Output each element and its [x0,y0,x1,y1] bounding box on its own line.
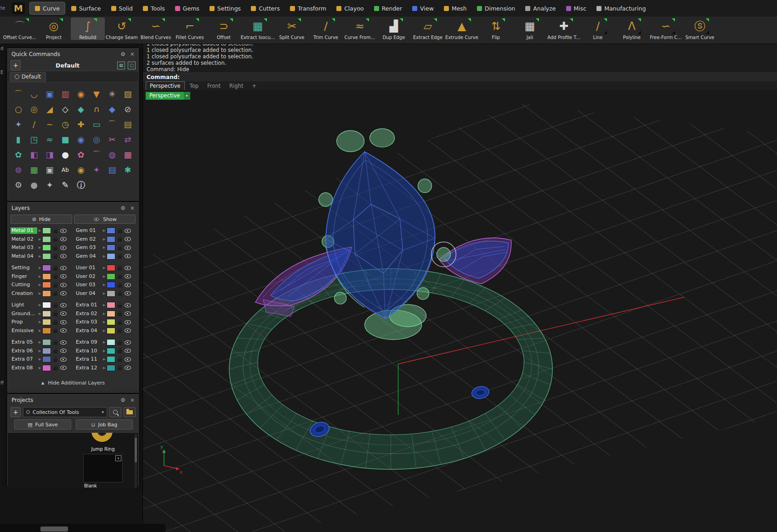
layer-row[interactable]: Extra 12▶ [74,364,136,373]
layer-row[interactable]: Extra 09▶ [74,338,136,347]
menu-tab-gems[interactable]: Gems [170,0,204,17]
lock-icon[interactable] [53,330,57,333]
qc-icon[interactable]: ▦ [120,147,136,162]
toolbar-fillet-curves[interactable]: ⌐Fillet Curves [173,17,207,40]
layer-color-swatch[interactable] [42,253,51,260]
layer-name[interactable]: Extra 10 [75,348,102,354]
qc-icon[interactable]: ◇ [57,102,73,117]
panel-header[interactable]: Quick Commands ⚙ × [8,49,138,60]
layer-expand-icon[interactable]: ▶ [103,303,105,307]
layer-color-swatch[interactable] [107,328,115,334]
layer-row[interactable]: User 01▶ [74,264,136,272]
layer-color-swatch[interactable] [42,339,51,345]
toolbar-jali[interactable]: ▦Jali [513,17,547,40]
qc-icon[interactable]: ▨ [120,86,136,102]
layer-name[interactable]: Metal 04 [11,253,37,260]
layer-expand-icon[interactable]: ▶ [103,266,105,270]
qc-icon[interactable]: ◆ [73,102,89,117]
lock-icon[interactable] [118,267,122,271]
layer-row[interactable]: User 04▶ [74,289,136,298]
layer-row[interactable]: Prop▶ [10,318,72,327]
lock-icon[interactable] [118,230,122,233]
eye-icon[interactable] [124,237,131,242]
layer-expand-icon[interactable]: ▶ [39,366,41,370]
layer-expand-icon[interactable]: ▶ [39,303,41,307]
lock-icon[interactable] [118,284,122,288]
search-button[interactable] [109,407,121,417]
layer-name[interactable]: Creation [11,290,37,297]
qc-icon[interactable]: ⌒ [89,147,104,162]
qc-icon[interactable]: ◡ [26,86,42,102]
layer-name[interactable]: Extra 09 [75,339,102,345]
toolbar-change-seam[interactable]: ↺Change Seam [105,17,139,40]
panel-header[interactable]: Layers ⚙ × [8,203,138,214]
layer-color-swatch[interactable] [42,328,51,334]
lock-icon[interactable] [118,255,122,259]
qc-icon[interactable]: ∕ [26,117,42,132]
layer-row[interactable]: Creation▶ [10,289,72,298]
lock-icon[interactable] [53,276,57,279]
qc-icon[interactable]: ✂ [104,132,120,147]
layer-name[interactable]: Finger [11,273,37,280]
menu-tab-analyze[interactable]: Analyze [520,0,561,17]
layer-color-swatch[interactable] [42,319,51,325]
layer-color-swatch[interactable] [42,244,51,251]
qc-icon[interactable]: ▣ [42,86,57,102]
show-button[interactable]: Show [74,215,136,224]
layer-row[interactable]: Setting▶ [10,264,72,272]
qc-icon[interactable]: ∼ [42,117,57,132]
layer-name[interactable]: Extra 08 [11,365,37,371]
layer-color-swatch[interactable] [107,348,115,354]
qc-icon[interactable]: ◉ [73,132,89,147]
duplicate-preset-icon[interactable]: ▢ [128,62,136,69]
lock-icon[interactable] [118,350,122,353]
toolbar-line[interactable]: ∕Line [581,17,615,40]
layer-row[interactable]: Light▶ [10,301,72,310]
eye-icon[interactable] [60,357,67,362]
layer-name[interactable]: Gem 01 [75,227,102,234]
layer-expand-icon[interactable]: ▶ [39,255,41,258]
eye-icon[interactable] [124,274,131,279]
layer-expand-icon[interactable]: ▶ [103,246,105,249]
toolbar-add-profile-t[interactable]: ✚Add Profile T... [547,17,581,40]
layer-name[interactable]: Extra 06 [11,348,37,354]
qc-icon[interactable]: ≈ [42,132,57,147]
layer-row[interactable]: Metal 01▶ [10,226,72,235]
layer-row[interactable]: Gem 03▶ [74,243,136,252]
layer-color-swatch[interactable] [107,273,115,280]
layer-color-swatch[interactable] [42,290,51,297]
layer-color-swatch[interactable] [107,282,115,288]
qc-icon[interactable]: ▤ [104,162,120,177]
toolbar-dup-edge[interactable]: ▟Dup Edge [377,17,411,40]
menu-tab-view[interactable]: View [407,0,439,17]
layer-color-swatch[interactable] [107,290,115,297]
lock-icon[interactable] [53,293,57,296]
toolbar-offset[interactable]: ⊃Offset [207,17,241,40]
qc-icon[interactable]: ◆ [104,102,120,117]
layer-row[interactable]: Metal 02▶ [10,235,72,244]
layer-expand-icon[interactable]: ▶ [39,349,41,353]
menu-tab-curve[interactable]: Curve [29,2,65,15]
layer-expand-icon[interactable]: ▶ [39,283,41,287]
view-mode-dropdown[interactable]: Perspective ▾ [146,92,190,100]
qc-icon[interactable]: ✦ [89,162,104,177]
lock-icon[interactable] [53,322,57,325]
gear-icon[interactable]: ⚙ [120,397,125,403]
qc-icon[interactable]: ✿ [11,147,26,162]
qc-icon[interactable]: ✎ [57,177,73,192]
qc-icon[interactable]: ▭ [89,117,104,132]
eye-icon[interactable] [60,311,67,316]
layer-color-swatch[interactable] [107,339,115,345]
layer-color-swatch[interactable] [107,265,115,271]
menu-tab-mesh[interactable]: Mesh [439,0,472,17]
lock-icon[interactable] [118,247,122,250]
full-save-button[interactable]: ▤ Full Save [14,419,71,430]
thumbnail-blank[interactable]: ▾ Blank [83,454,123,488]
thumbnail-jump-ring[interactable]: Jump Ring [83,433,123,452]
layer-row[interactable]: Finger▶ [10,272,72,281]
lock-icon[interactable] [53,350,57,353]
layer-expand-icon[interactable]: ▶ [103,292,105,295]
layer-expand-icon[interactable]: ▶ [103,349,105,353]
qc-icon[interactable]: ✚ [73,117,89,132]
scene-3d[interactable]: y x [143,90,777,532]
